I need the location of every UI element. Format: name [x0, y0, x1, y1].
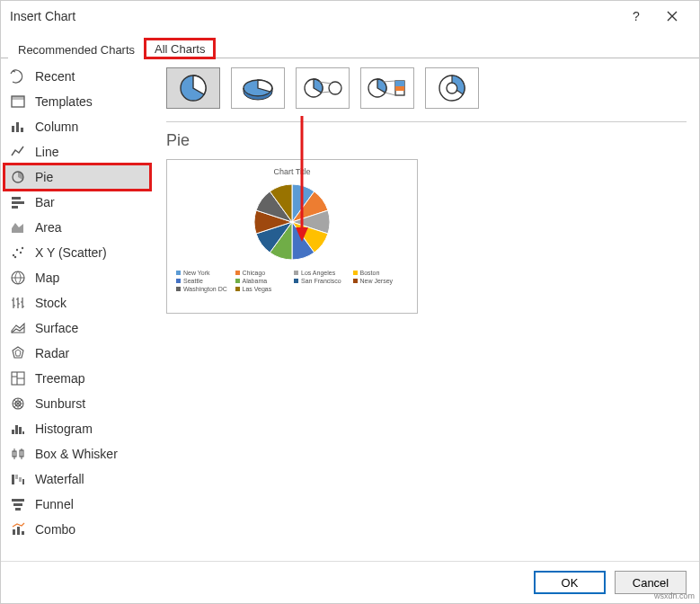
sidebar-item-histogram[interactable]: Histogram	[4, 416, 150, 441]
stock-icon	[10, 295, 26, 311]
subtype-doughnut[interactable]	[425, 67, 479, 109]
waterfall-icon	[10, 471, 26, 487]
sidebar-item-treemap[interactable]: Treemap	[4, 366, 150, 391]
legend-item: Seattle	[176, 278, 232, 284]
ok-button[interactable]: OK	[534, 571, 606, 594]
sidebar-item-column[interactable]: Column	[4, 114, 150, 139]
doughnut-subtype-icon	[436, 72, 468, 104]
svg-rect-43	[395, 86, 404, 91]
sidebar-item-stock[interactable]: Stock	[4, 290, 150, 315]
treemap-icon	[10, 370, 26, 386]
bar-of-pie-icon	[365, 75, 410, 102]
svg-rect-42	[395, 81, 404, 86]
close-button[interactable]	[654, 4, 690, 29]
sidebar-item-bar[interactable]: Bar	[4, 190, 150, 215]
legend-item: Las Vegas	[235, 286, 291, 292]
tab-all-charts[interactable]: All Charts	[145, 39, 215, 58]
svg-rect-27	[15, 475, 18, 479]
sidebar-item-combo[interactable]: Combo	[4, 517, 150, 542]
preview-title: Chart Title	[176, 167, 408, 176]
pie-of-pie-icon	[301, 75, 344, 102]
sidebar-item-waterfall[interactable]: Waterfall	[4, 466, 150, 492]
chart-preview[interactable]: Chart Title New YorkChicagoLos AngelesBo…	[166, 159, 418, 314]
pie-subtype-icon	[177, 72, 209, 104]
sidebar-item-radar[interactable]: Radar	[4, 341, 150, 366]
subtype-3d-pie[interactable]	[231, 67, 285, 109]
svg-rect-22	[19, 427, 22, 434]
svg-rect-8	[12, 206, 18, 209]
sidebar-item-area[interactable]: Area	[4, 215, 150, 240]
radar-icon	[10, 345, 26, 361]
legend-item: Washington DC	[176, 286, 232, 292]
divider	[166, 121, 687, 122]
pie-icon	[10, 169, 26, 185]
help-button[interactable]: ?	[618, 4, 654, 29]
sidebar-item-pie[interactable]: Pie	[4, 164, 150, 190]
preview-pie-icon	[250, 180, 334, 264]
dialog-footer: OK Cancel	[1, 561, 699, 603]
chart-type-heading: Pie	[166, 131, 687, 150]
box-whisker-icon	[10, 446, 26, 462]
dialog-title: Insert Chart	[10, 9, 618, 23]
sidebar-item-line[interactable]: Line	[4, 139, 150, 164]
titlebar: Insert Chart ?	[1, 1, 699, 31]
svg-rect-32	[15, 508, 21, 511]
legend-item: Boston	[353, 270, 409, 276]
svg-point-11	[20, 252, 22, 253]
sidebar-item-label: Stock	[35, 296, 66, 310]
svg-point-12	[22, 247, 23, 249]
sidebar-item-label: Recent	[35, 69, 75, 84]
funnel-icon	[10, 496, 26, 512]
svg-rect-20	[12, 430, 14, 434]
svg-point-9	[13, 254, 14, 256]
bar-icon	[10, 194, 26, 210]
sidebar-item-label: Box & Whisker	[35, 447, 118, 461]
sidebar-item-templates[interactable]: Templates	[4, 89, 150, 114]
sunburst-icon	[10, 395, 26, 412]
dialog-content: Recent Templates Column Line Pie Bar	[1, 58, 699, 561]
svg-rect-3	[16, 122, 19, 132]
legend-item: San Francisco	[294, 278, 350, 284]
column-icon	[10, 119, 26, 135]
sidebar-item-box-whisker[interactable]: Box & Whisker	[4, 441, 150, 466]
sidebar-item-label: Funnel	[35, 497, 74, 511]
svg-rect-29	[22, 479, 24, 484]
scatter-icon	[10, 244, 26, 261]
combo-icon	[10, 521, 26, 537]
pie3d-subtype-icon	[239, 76, 277, 101]
legend-item: New York	[176, 270, 232, 276]
svg-rect-30	[12, 499, 24, 502]
subtype-pie-of-pie[interactable]	[296, 67, 350, 109]
sidebar-item-label: Map	[35, 271, 59, 285]
sidebar-item-sunburst[interactable]: Sunburst	[4, 391, 150, 416]
sidebar-item-recent[interactable]: Recent	[4, 64, 150, 89]
sidebar-item-label: Combo	[35, 522, 75, 537]
sidebar-item-label: Treemap	[35, 371, 85, 386]
legend-item: New Jersey	[353, 278, 409, 284]
svg-rect-35	[22, 531, 24, 535]
legend-item: Alabama	[235, 278, 291, 284]
insert-chart-dialog: Insert Chart ? Recommended Charts All Ch…	[0, 0, 700, 604]
sidebar-item-scatter[interactable]: X Y (Scatter)	[4, 240, 150, 265]
svg-rect-34	[17, 527, 20, 535]
sidebar-item-label: Surface	[35, 321, 78, 335]
subtype-bar-of-pie[interactable]	[360, 67, 414, 109]
svg-rect-23	[22, 431, 24, 434]
tab-recommended-charts[interactable]: Recommended Charts	[8, 40, 145, 58]
sidebar-item-surface[interactable]: Surface	[4, 315, 150, 341]
close-icon	[667, 11, 678, 22]
legend-item: Chicago	[235, 270, 291, 276]
sidebar-item-label: Area	[35, 220, 62, 235]
line-icon	[10, 144, 26, 160]
templates-icon	[10, 93, 26, 110]
recent-icon	[10, 68, 26, 84]
sidebar-item-map[interactable]: Map	[4, 265, 150, 290]
sidebar-item-label: Sunburst	[35, 396, 85, 411]
sidebar-item-label: Line	[35, 145, 58, 159]
preview-legend: New YorkChicagoLos AngelesBostonSeattleA…	[176, 270, 408, 292]
tab-strip: Recommended Charts All Charts	[1, 37, 699, 58]
svg-rect-2	[12, 126, 14, 132]
sidebar-item-funnel[interactable]: Funnel	[4, 492, 150, 517]
subtype-pie[interactable]	[166, 67, 220, 109]
sidebar-item-label: X Y (Scatter)	[35, 245, 107, 260]
